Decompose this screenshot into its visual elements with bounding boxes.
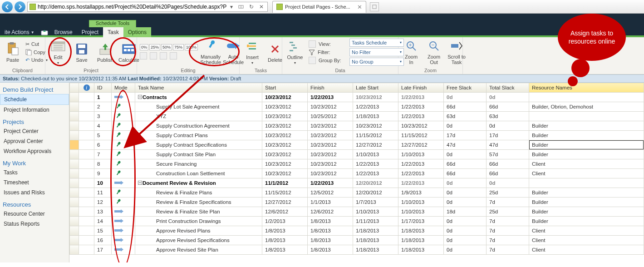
table-row[interactable]: 16Approve Revised Specifications1/8/2013… <box>70 236 644 245</box>
cell-finish[interactable]: 10/23/2012 <box>308 150 353 159</box>
cell-ls[interactable]: 1/10/2013 <box>353 207 398 217</box>
cell-taskname[interactable]: Approve Revised Specifications <box>135 236 262 245</box>
cell-ls[interactable]: 1/18/2013 <box>353 236 398 245</box>
sidebar-item-status-reports[interactable]: Status Reports <box>0 219 69 229</box>
cell-taskname[interactable]: Approve Revised Plans <box>135 226 262 236</box>
col-totalslack[interactable]: Total Slack <box>487 83 529 93</box>
cell-mode[interactable] <box>112 121 135 131</box>
cell-fs[interactable]: 0d <box>444 245 487 255</box>
cell-fs[interactable]: 66d <box>444 169 487 178</box>
col-start[interactable]: Start <box>262 83 308 93</box>
calculate-button[interactable]: Calculate <box>119 41 139 64</box>
cell-ts[interactable]: 66d <box>487 169 529 178</box>
collapse-icon[interactable] <box>138 95 143 99</box>
cell-mode[interactable] <box>112 140 135 150</box>
cell-lf[interactable]: 1/18/2013 <box>398 226 444 236</box>
tab-close-icon[interactable]: ✕ <box>357 4 362 10</box>
cell-ts[interactable]: 66d <box>487 159 529 169</box>
table-row[interactable]: 15Approve Revised Plans1/8/20131/8/20131… <box>70 226 644 236</box>
row-header[interactable] <box>70 198 79 207</box>
cell-resource[interactable]: Client <box>529 236 644 245</box>
col-selector[interactable] <box>70 83 79 93</box>
cell-resource[interactable]: Client <box>529 159 644 169</box>
cell-ts[interactable]: 66d <box>487 102 529 112</box>
cell-finish[interactable]: 10/23/2012 <box>308 159 353 169</box>
col-indicator[interactable]: i <box>79 83 94 93</box>
cell-finish[interactable]: 1/8/2013 <box>308 217 353 226</box>
cell-ts[interactable]: 0d <box>487 178 529 188</box>
cell-resource[interactable]: Builder, Obrion, Demohost <box>529 102 644 112</box>
pct-50[interactable]: 50% <box>161 44 172 50</box>
cell-finish[interactable]: 10/23/2012 <box>308 169 353 178</box>
percent-complete-buttons[interactable]: 0% 25% 50% 75% 100% <box>140 44 198 50</box>
cell-taskname[interactable]: Review & Finalize Site Plan <box>135 207 262 217</box>
cell-fs[interactable]: 0d <box>444 236 487 245</box>
cell-ls[interactable]: 1/18/2013 <box>353 112 398 121</box>
cell-finish[interactable]: 1/8/2013 <box>308 236 353 245</box>
cell-start[interactable]: 11/15/2012 <box>262 188 308 198</box>
outline-button[interactable]: Outline▾ <box>285 38 305 66</box>
cell-resource[interactable] <box>529 93 644 102</box>
sidebar-heading-projects[interactable]: Projects <box>0 115 69 126</box>
cell-ls[interactable]: 1/18/2013 <box>353 245 398 255</box>
menu-task[interactable]: Task <box>103 27 123 37</box>
cell-ts[interactable]: 7d <box>487 236 529 245</box>
compat-icon[interactable] <box>236 4 246 10</box>
cell-start[interactable]: 10/23/2012 <box>262 169 308 178</box>
cell-ls[interactable]: 10/23/2012 <box>353 121 398 131</box>
cell-finish[interactable]: 10/23/2012 <box>308 131 353 140</box>
cell-ls[interactable]: 1/10/2013 <box>353 150 398 159</box>
cell-ts[interactable]: 7d <box>487 226 529 236</box>
cell-fs[interactable]: 17d <box>444 131 487 140</box>
cell-fs[interactable]: 47d <box>444 140 487 150</box>
cell-finish[interactable]: 1/22/2013 <box>308 93 353 102</box>
cell-fs[interactable]: 18d <box>444 207 487 217</box>
address-bar[interactable]: ▾ ↻ ✕ <box>27 2 268 12</box>
groupby-selector[interactable]: Group By: <box>309 57 346 64</box>
cell-resource[interactable]: Builder <box>529 198 644 207</box>
sidebar-item-project-info[interactable]: Project Information <box>0 105 69 115</box>
cell-lf[interactable]: 1/22/2013 <box>398 169 444 178</box>
cell-ls[interactable]: 11/15/2012 <box>353 131 398 140</box>
cell-ts[interactable]: 57d <box>487 150 529 159</box>
task-grid[interactable]: i ID Mode Task Name Start Finish Late St… <box>69 83 644 262</box>
sidebar-item-issues[interactable]: Issues and Risks <box>0 188 69 198</box>
sidebar-item-resource-center[interactable]: Resource Center <box>0 209 69 219</box>
cell-ts[interactable]: 0d <box>487 121 529 131</box>
cell-mode[interactable] <box>112 236 135 245</box>
url-dropdown-icon[interactable]: ▾ <box>228 4 235 10</box>
row-header[interactable] <box>70 112 79 121</box>
cell-lf[interactable]: 1/22/2013 <box>398 112 444 121</box>
col-freeslack[interactable]: Free Slack <box>444 83 487 93</box>
cell-mode[interactable] <box>112 131 135 140</box>
pct-0[interactable]: 0% <box>140 44 148 50</box>
table-row[interactable]: 17Approve Revised Site Plan1/8/20131/8/2… <box>70 245 644 255</box>
cell-finish[interactable]: 1/8/2013 <box>308 245 353 255</box>
row-header[interactable] <box>70 169 79 178</box>
cell-resource[interactable]: Client <box>529 245 644 255</box>
cell-ls[interactable]: 1/7/2013 <box>353 198 398 207</box>
cell-fs[interactable]: 0d <box>444 150 487 159</box>
row-header[interactable] <box>70 236 79 245</box>
table-row[interactable]: 14Print Construction Drawings1/2/20131/8… <box>70 217 644 226</box>
cell-finish[interactable]: 1/22/2013 <box>308 178 353 188</box>
cell-ts[interactable]: 63d <box>487 112 529 121</box>
cell-ls[interactable]: 1/22/2013 <box>353 159 398 169</box>
cell-fs[interactable]: 66d <box>444 159 487 169</box>
cell-ts[interactable]: 7d <box>487 198 529 207</box>
menu-nav-up-icon[interactable] <box>39 27 50 37</box>
table-row[interactable]: 10Document Review & Revision11/1/20121/2… <box>70 178 644 188</box>
row-header[interactable] <box>70 217 79 226</box>
cell-fs[interactable]: 0d <box>444 198 487 207</box>
cell-resource[interactable]: Builder <box>529 140 644 150</box>
cell-taskname[interactable]: Secure Financing <box>135 159 262 169</box>
pct-75[interactable]: 75% <box>173 44 184 50</box>
cell-lf[interactable]: 1/10/2013 <box>398 207 444 217</box>
insert-button[interactable]: Insert▾ <box>242 38 262 66</box>
new-tab-button[interactable] <box>370 2 379 11</box>
cell-ts[interactable]: 7d <box>487 217 529 226</box>
cell-start[interactable]: 12/27/2012 <box>262 198 308 207</box>
cell-fs[interactable]: 0d <box>444 217 487 226</box>
menu-browse[interactable]: Browse <box>50 27 77 37</box>
menu-project[interactable]: Project <box>77 27 103 37</box>
